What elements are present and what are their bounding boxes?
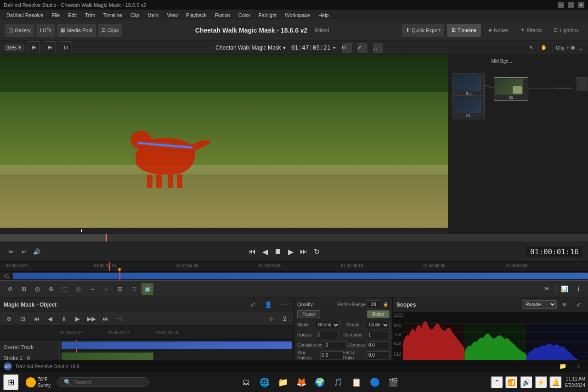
taskbar-app-6[interactable]: 🎵 <box>330 374 346 391</box>
tool-oval-btn[interactable]: ○ <box>100 283 112 295</box>
main-timecode[interactable]: 01:00:01:16 <box>526 246 582 257</box>
menu-item-help[interactable]: Help <box>315 11 333 19</box>
track-v1-content[interactable] <box>13 273 588 279</box>
parade-selector[interactable]: Parade Waveform Histogram <box>522 300 557 309</box>
tray-btn-1[interactable]: ⌃ <box>491 376 503 389</box>
tool-add-btn[interactable]: ⊕ <box>45 283 57 295</box>
mask-prev-btn[interactable]: ◀ <box>44 313 56 325</box>
tool-magic-btn[interactable]: ▣ <box>141 283 153 295</box>
cursor-tool[interactable]: ↖ <box>526 41 536 54</box>
mask-add-btn[interactable]: ⊕ <box>3 313 15 325</box>
start-button[interactable]: ⊞ <box>3 374 19 391</box>
node-02[interactable]: 02 <box>494 77 528 101</box>
skip-end-btn[interactable]: ⏭ <box>298 246 309 257</box>
tool-arrow-btn[interactable]: ↔ <box>86 283 98 295</box>
tool-circle-btn[interactable]: ◎ <box>31 283 43 295</box>
taskbar-app-1[interactable]: 🗂 <box>238 374 254 391</box>
menu-item-fusion[interactable]: Fusion <box>211 11 234 19</box>
mask-skip-btn[interactable]: ⏭ <box>99 313 111 325</box>
skip-start-btn[interactable]: ⏮ <box>247 246 258 257</box>
scrub-bar[interactable] <box>0 234 588 241</box>
menu-item-edit[interactable]: Edit <box>64 11 80 19</box>
menu-item-clip[interactable]: Clip <box>127 11 143 19</box>
better-btn[interactable]: Better <box>367 310 390 318</box>
menu-item-trim[interactable]: Trim <box>81 11 99 19</box>
menu-item-view[interactable]: View <box>163 11 181 19</box>
maximize-button[interactable]: □ <box>568 2 574 8</box>
lightbox-tab[interactable]: ⊡ Lightbox <box>549 24 583 37</box>
viewer-more-btn[interactable]: ... <box>373 43 383 53</box>
quick-export-button[interactable]: ⬆ Quick Export <box>402 24 444 37</box>
effects-tab[interactable]: ✦ Effects <box>516 24 546 37</box>
tray-bell-icon[interactable]: 🔔 <box>549 376 562 389</box>
draw-tool-btn[interactable]: ✏ <box>6 246 17 257</box>
taskbar-app-7[interactable]: 📋 <box>348 374 365 391</box>
minimize-button[interactable]: ─ <box>558 2 564 8</box>
scopes-layout-btn[interactable]: ⊞ <box>559 299 571 311</box>
menu-item-color[interactable]: Color <box>235 11 254 19</box>
timeline-ruler[interactable]: 01:00:00:00 01:00:02:16 01:00:04:00 01:0… <box>0 262 588 272</box>
tray-volume-icon[interactable]: 🔊 <box>520 376 533 389</box>
view-toggle-btn3[interactable]: ⊡ <box>60 41 72 54</box>
mask-expand-btn[interactable]: ⤢ <box>247 299 259 311</box>
mask-next-btn[interactable]: ▶▶ <box>85 313 97 325</box>
volume-btn[interactable]: 🔊 <box>31 246 42 257</box>
shape-select[interactable]: Circle <box>366 321 390 329</box>
video-scrub-bar[interactable] <box>0 228 448 234</box>
menu-item-mark[interactable]: Mark <box>144 11 162 19</box>
loop-btn[interactable]: ↻ <box>311 246 322 257</box>
clip-more-btn[interactable]: ... <box>577 41 584 54</box>
node-01[interactable]: 01 <box>452 95 485 119</box>
iterations-input[interactable] <box>367 331 390 339</box>
consistency-input[interactable] <box>324 341 347 349</box>
menu-item-workspace[interactable]: Workspace <box>281 11 314 19</box>
tray-battery-icon[interactable]: ⚡ <box>535 376 548 389</box>
taskbar-app-8[interactable]: 🔵 <box>367 374 383 391</box>
denoise-input[interactable] <box>367 341 390 349</box>
taskbar-app-2[interactable]: 🌐 <box>256 374 273 391</box>
hand-tool[interactable]: ✋ <box>538 41 550 54</box>
taskbar-app-9[interactable]: 🎬 <box>385 374 401 391</box>
zoom-control[interactable]: 93% ▾ <box>4 44 24 51</box>
view-toggle-btn2[interactable]: ⊟ <box>44 41 56 54</box>
tool-flip-btn[interactable]: ⊞ <box>114 283 126 295</box>
mask-brush-tool[interactable]: ⊻ <box>279 313 291 325</box>
gallery-button[interactable]: ◫ Gallery <box>5 24 34 37</box>
play-btn[interactable]: ▶ <box>285 246 296 257</box>
media-pool-button[interactable]: ▦ Media Pool <box>57 24 96 37</box>
tray-wifi-icon[interactable]: 📶 <box>505 376 518 389</box>
timeline-tab[interactable]: ⊞ Timeline <box>447 24 481 37</box>
scopes-expand-btn[interactable]: ⤢ <box>572 299 584 311</box>
search-bar[interactable]: 🔍 <box>57 377 149 387</box>
menu-item-file[interactable]: File <box>48 11 64 19</box>
view-toggle-btn[interactable]: ⊞ <box>28 41 40 54</box>
mask-play-btn[interactable]: ▶ <box>72 313 84 325</box>
viewer-fullscreen-btn[interactable]: ⤢ <box>357 43 368 53</box>
refine-lock-btn[interactable]: 🔒 <box>381 300 390 308</box>
taskbar-app-5[interactable]: 🌍 <box>311 374 328 391</box>
mask-minus-btn[interactable]: ⊟ <box>17 313 28 325</box>
prev-frame-btn[interactable]: ◀ <box>260 246 271 257</box>
menu-item-fairlight[interactable]: Fairlight <box>255 11 280 19</box>
refine-range-input[interactable] <box>367 300 380 308</box>
node-bla[interactable] <box>577 77 588 91</box>
tool-eye-btn[interactable]: 👁 <box>541 283 553 295</box>
nodes-tab[interactable]: ◈ Nodes <box>484 24 513 37</box>
luts-button[interactable]: LUTs <box>36 24 55 37</box>
menu-item-davinci-resolve[interactable]: DaVinci Resolve <box>3 11 47 19</box>
mask-end-btn[interactable]: ⊣ <box>113 313 125 325</box>
viewer-options-btn[interactable]: ⊡ <box>342 43 352 53</box>
tool-mark-btn[interactable]: ◇ <box>73 283 85 295</box>
tool-chart-btn[interactable]: 📊 <box>559 283 571 295</box>
inout-input[interactable] <box>367 351 390 359</box>
close-button[interactable]: ✕ <box>578 2 584 8</box>
status-icon-1[interactable]: 📁 <box>557 360 569 372</box>
status-icon-2[interactable]: ≡ <box>572 360 584 372</box>
mask-pause-btn[interactable]: ⏸ <box>58 313 70 325</box>
tool-grid-btn[interactable]: ⊞ <box>17 283 29 295</box>
tool-square-btn[interactable]: □ <box>128 283 140 295</box>
timecode-display[interactable]: 01:47:05:21 ▾ <box>291 44 336 51</box>
mode-select[interactable]: Shrink <box>315 321 340 329</box>
taskbar-app-4[interactable]: 🦊 <box>293 374 310 391</box>
faster-btn[interactable]: Faster <box>297 310 320 318</box>
